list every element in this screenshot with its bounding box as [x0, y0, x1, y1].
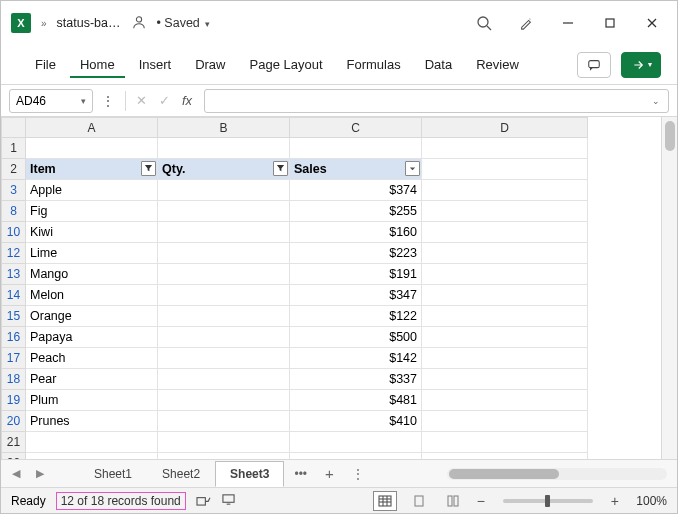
- cell-C19[interactable]: $481: [290, 390, 422, 411]
- cell-B1[interactable]: [158, 138, 290, 159]
- filter-button-qty[interactable]: [273, 161, 288, 176]
- cell-D10[interactable]: [422, 222, 588, 243]
- search-icon[interactable]: [463, 8, 505, 38]
- cell-A1[interactable]: [26, 138, 158, 159]
- cell-D21[interactable]: [422, 432, 588, 453]
- minimize-button[interactable]: [547, 8, 589, 38]
- cell-C20[interactable]: $410: [290, 411, 422, 432]
- cell-D13[interactable]: [422, 264, 588, 285]
- cell-A13[interactable]: Mango: [26, 264, 158, 285]
- cell-A10[interactable]: Kiwi: [26, 222, 158, 243]
- table-header-qty[interactable]: Qty.: [158, 159, 290, 180]
- row-header-1[interactable]: 1: [2, 138, 26, 159]
- close-button[interactable]: [631, 8, 673, 38]
- cell-A14[interactable]: Melon: [26, 285, 158, 306]
- cell-C17[interactable]: $142: [290, 348, 422, 369]
- ribbon-tab-page-layout[interactable]: Page Layout: [240, 51, 333, 78]
- row-header-19[interactable]: 19: [2, 390, 26, 411]
- cell-C3[interactable]: $374: [290, 180, 422, 201]
- column-header-B[interactable]: B: [158, 118, 290, 138]
- filename[interactable]: status-ba…: [57, 16, 121, 30]
- cell-A17[interactable]: Peach: [26, 348, 158, 369]
- cell-D18[interactable]: [422, 369, 588, 390]
- row-header-17[interactable]: 17: [2, 348, 26, 369]
- cell-D17[interactable]: [422, 348, 588, 369]
- row-header-21[interactable]: 21: [2, 432, 26, 453]
- zoom-slider-thumb[interactable]: [545, 495, 550, 507]
- cell-D19[interactable]: [422, 390, 588, 411]
- cell-C12[interactable]: $223: [290, 243, 422, 264]
- cell-B21[interactable]: [158, 432, 290, 453]
- zoom-percent[interactable]: 100%: [631, 494, 667, 508]
- accessibility-icon[interactable]: [196, 493, 211, 509]
- cell-A8[interactable]: Fig: [26, 201, 158, 222]
- page-layout-view-button[interactable]: [407, 491, 431, 511]
- cell-D14[interactable]: [422, 285, 588, 306]
- row-header-14[interactable]: 14: [2, 285, 26, 306]
- row-header-2[interactable]: 2: [2, 159, 26, 180]
- cell-A19[interactable]: Plum: [26, 390, 158, 411]
- cell-B17[interactable]: [158, 348, 290, 369]
- cell-B13[interactable]: [158, 264, 290, 285]
- filter-button-sales[interactable]: [405, 161, 420, 176]
- horizontal-scrollbar[interactable]: [447, 468, 667, 480]
- select-all-corner[interactable]: [2, 118, 26, 138]
- cell-C8[interactable]: $255: [290, 201, 422, 222]
- cell-B12[interactable]: [158, 243, 290, 264]
- cell-B10[interactable]: [158, 222, 290, 243]
- cell-A15[interactable]: Orange: [26, 306, 158, 327]
- ribbon-tab-formulas[interactable]: Formulas: [337, 51, 411, 78]
- cell-C18[interactable]: $337: [290, 369, 422, 390]
- column-header-A[interactable]: A: [26, 118, 158, 138]
- filter-button-item[interactable]: [141, 161, 156, 176]
- row-header-8[interactable]: 8: [2, 201, 26, 222]
- cell-D15[interactable]: [422, 306, 588, 327]
- quick-access-chevron[interactable]: »: [41, 18, 47, 29]
- horizontal-scrollbar-thumb[interactable]: [449, 469, 559, 479]
- formula-input[interactable]: ⌄: [204, 89, 669, 113]
- vertical-scrollbar[interactable]: [661, 117, 677, 459]
- save-status[interactable]: • Saved ▾: [156, 16, 210, 30]
- namebox-menu[interactable]: ⋮: [97, 93, 119, 109]
- row-header-15[interactable]: 15: [2, 306, 26, 327]
- cell-D1[interactable]: [422, 138, 588, 159]
- cell-B8[interactable]: [158, 201, 290, 222]
- name-box[interactable]: AD46 ▾: [9, 89, 93, 113]
- page-break-view-button[interactable]: [441, 491, 465, 511]
- ribbon-tab-insert[interactable]: Insert: [129, 51, 182, 78]
- row-header-16[interactable]: 16: [2, 327, 26, 348]
- cell-C1[interactable]: [290, 138, 422, 159]
- pen-icon[interactable]: [505, 8, 547, 38]
- cell-C15[interactable]: $122: [290, 306, 422, 327]
- cell-A22[interactable]: [26, 453, 158, 460]
- comments-button[interactable]: [577, 52, 611, 78]
- ribbon-tab-home[interactable]: Home: [70, 51, 125, 78]
- spreadsheet-grid[interactable]: ABCD12ItemQty.Sales3Apple$3748Fig$25510K…: [1, 117, 661, 459]
- tabs-menu[interactable]: ⋮: [344, 467, 372, 481]
- cell-B18[interactable]: [158, 369, 290, 390]
- tabs-more-button[interactable]: •••: [286, 467, 315, 481]
- cell-B3[interactable]: [158, 180, 290, 201]
- ribbon-tab-data[interactable]: Data: [415, 51, 462, 78]
- cell-D16[interactable]: [422, 327, 588, 348]
- normal-view-button[interactable]: [373, 491, 397, 511]
- cell-C10[interactable]: $160: [290, 222, 422, 243]
- row-header-12[interactable]: 12: [2, 243, 26, 264]
- ribbon-tab-draw[interactable]: Draw: [185, 51, 235, 78]
- person-icon[interactable]: [132, 15, 146, 32]
- row-header-18[interactable]: 18: [2, 369, 26, 390]
- cell-C13[interactable]: $191: [290, 264, 422, 285]
- row-header-13[interactable]: 13: [2, 264, 26, 285]
- row-header-10[interactable]: 10: [2, 222, 26, 243]
- cell-D3[interactable]: [422, 180, 588, 201]
- table-header-item[interactable]: Item: [26, 159, 158, 180]
- sheet-tab-sheet3[interactable]: Sheet3: [215, 461, 284, 487]
- cell-D12[interactable]: [422, 243, 588, 264]
- cell-A16[interactable]: Papaya: [26, 327, 158, 348]
- cell-B19[interactable]: [158, 390, 290, 411]
- sheet-tab-sheet1[interactable]: Sheet1: [79, 461, 147, 487]
- cell-B15[interactable]: [158, 306, 290, 327]
- maximize-button[interactable]: [589, 8, 631, 38]
- ribbon-tab-file[interactable]: File: [25, 51, 66, 78]
- cell-B14[interactable]: [158, 285, 290, 306]
